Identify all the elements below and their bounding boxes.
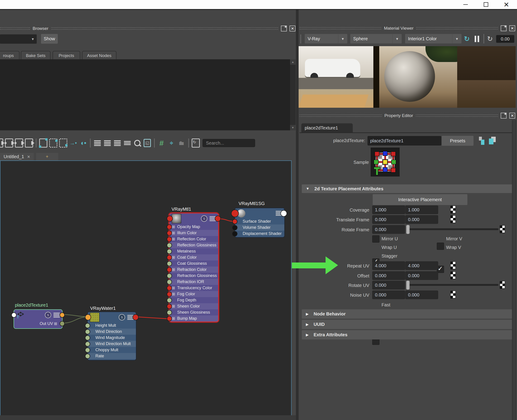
layout-graph-icon[interactable] — [38, 138, 48, 148]
mirror-v-checkbox[interactable] — [437, 243, 444, 250]
node-row[interactable]: ⊞Reflection Color — [170, 236, 218, 242]
node-row[interactable]: Rate — [88, 353, 136, 359]
node-row[interactable]: Wind Direction Mult — [88, 341, 136, 347]
node-row[interactable]: Choppy Mult — [88, 347, 136, 353]
rotate-frame-slider-handle[interactable] — [406, 225, 410, 234]
offset-texture-icon[interactable] — [450, 271, 455, 279]
node-row[interactable]: Reflection Glossiness — [170, 242, 218, 248]
show-button[interactable]: Show — [41, 34, 58, 44]
material-preview-render[interactable] — [299, 46, 516, 108]
scroll-up-icon[interactable]: ▲ — [290, 59, 296, 65]
out-uv-port[interactable] — [60, 321, 65, 326]
node-row[interactable]: ⊞Translucency Color — [170, 285, 218, 291]
presets-button[interactable]: Presets — [442, 136, 473, 146]
browser-scrollbar[interactable]: ▲ ▼ — [290, 59, 296, 130]
output-port[interactable] — [280, 210, 287, 217]
rotate-uv-texture-icon[interactable] — [500, 281, 505, 289]
node-vraymtl1sg[interactable]: Surface Shader Volume Shader Displacemen… — [234, 208, 285, 238]
node-row[interactable]: Out UV ⊞ — [14, 320, 62, 327]
node-vraymtl1[interactable]: S ⊞Opacity Map ⊞Illum Color ⊞Reflection … — [170, 213, 218, 322]
interactive-placement-button[interactable]: Interactive Placement — [373, 194, 467, 205]
node-graph-canvas[interactable] — [0, 160, 292, 416]
rotate-frame-texture-icon[interactable] — [500, 225, 505, 233]
rotate-frame-slider[interactable] — [407, 228, 498, 230]
node-row[interactable]: Refraction Glossiness — [170, 273, 218, 279]
search-input[interactable] — [206, 140, 252, 146]
layout-vertical-icon[interactable] — [58, 138, 68, 148]
graph-tab-untitled[interactable]: Untitled_1 × — [0, 153, 34, 160]
node-row[interactable]: Surface Shader — [235, 218, 284, 225]
input-connections-icon[interactable] — [4, 138, 14, 148]
node-vraywater1[interactable]: S Height Mult Wind Direction Wind Magnit… — [87, 312, 136, 360]
coverage-v-field[interactable]: 1.000 — [405, 205, 438, 214]
tab-groups[interactable]: roups — [0, 51, 19, 60]
output-port[interactable] — [215, 216, 221, 222]
toolbar-grip[interactable] — [301, 34, 301, 44]
node-row[interactable]: Height Mult — [88, 322, 136, 329]
sample-placement-swatch[interactable] — [371, 148, 400, 177]
grid-snap-icon[interactable]: # — [156, 138, 167, 148]
pin-selected-icon[interactable]: ◖• — [78, 138, 88, 148]
section-extra-attributes[interactable]: ▶ Extra Attributes — [302, 330, 514, 339]
new-tab-button[interactable]: + — [36, 153, 58, 160]
rotate-uv-field[interactable]: 0.000 — [372, 281, 405, 289]
browser-content-area[interactable] — [0, 59, 295, 130]
node-header[interactable]: T S — [14, 310, 62, 320]
node-row[interactable]: ⊞Illum Color — [170, 230, 218, 236]
browser-filter-dropdown[interactable]: ▼ — [0, 34, 37, 44]
output-port[interactable] — [132, 314, 139, 320]
align-nodes-icon[interactable]: →• — [68, 138, 78, 148]
node-row[interactable]: Refraction IOR — [170, 279, 218, 285]
layout-horizontal-icon[interactable] — [48, 138, 58, 148]
panel-popout-icon[interactable] — [281, 26, 287, 31]
environment-dropdown[interactable]: Interior1 Color ▼ — [405, 34, 462, 44]
coverage-u-field[interactable]: 1.000 — [372, 205, 405, 214]
display-all-icon[interactable] — [112, 138, 122, 148]
split-layout-icon[interactable] — [479, 137, 484, 145]
pin-grid-icon[interactable]: ⌖ — [167, 138, 177, 148]
node-row[interactable]: Displacement Shader — [235, 231, 284, 237]
translate-texture-icon[interactable] — [450, 215, 455, 223]
mirror-u-checkbox[interactable] — [372, 235, 379, 243]
node-header[interactable] — [235, 208, 284, 218]
rotate-frame-field[interactable]: 0.000 — [372, 225, 405, 234]
panel-close-icon[interactable]: ✕ — [290, 26, 295, 31]
output-port[interactable] — [60, 313, 65, 318]
tab-asset-nodes[interactable]: Asset Nodes — [82, 51, 116, 60]
rotate-uv-slider-handle[interactable] — [406, 281, 410, 290]
repeat-v-field[interactable]: 4.000 — [405, 261, 438, 270]
offset-u-field[interactable]: 0.000 — [372, 271, 405, 280]
node-row[interactable]: ⊞Fog Color — [170, 291, 218, 297]
translate-u-field[interactable]: 0.000 — [372, 215, 405, 224]
repeat-texture-icon[interactable] — [450, 262, 455, 269]
input-port[interactable] — [167, 216, 173, 222]
node-row[interactable]: ⊞Opacity Map — [170, 224, 218, 230]
node-row[interactable]: Metalness — [170, 248, 218, 254]
node-header[interactable]: S — [170, 213, 218, 224]
coverage-texture-icon[interactable] — [450, 206, 455, 213]
recent-graph-icon[interactable]: 🖿 — [177, 138, 186, 148]
pane-divider[interactable] — [296, 10, 299, 420]
node-row[interactable]: Sheen Glossiness — [170, 309, 218, 315]
node-list-icon[interactable] — [54, 312, 60, 318]
rotate-uv-slider[interactable] — [407, 284, 498, 286]
tab-close-icon[interactable]: × — [27, 154, 30, 160]
noise-v-field[interactable]: 0.000 — [405, 291, 438, 299]
section-2d-texture-placement[interactable]: ▼ 2d Texture Placement Attributes — [302, 184, 514, 193]
property-editor-scrollbar[interactable] — [512, 120, 516, 420]
node-row[interactable]: ⊞Bump Map — [170, 315, 218, 322]
noise-u-field[interactable]: 0.000 — [372, 291, 405, 299]
panel-popout-icon[interactable] — [501, 25, 507, 31]
zoom-icon[interactable] — [132, 138, 142, 148]
sync-render-icon[interactable]: ↻ — [464, 35, 472, 43]
panel-popout-icon[interactable] — [501, 113, 507, 119]
node-row[interactable]: Wind Direction — [88, 329, 136, 335]
maximize-button[interactable] — [478, 0, 494, 9]
frame-selection-icon[interactable]: ◱ — [142, 138, 152, 148]
repeat-u-field[interactable]: 4.000 — [372, 261, 405, 270]
section-node-behavior[interactable]: ▶ Node Behavior — [302, 309, 514, 319]
close-button[interactable]: ✕ — [498, 0, 514, 9]
renderer-dropdown[interactable]: V-Ray ▼ — [305, 34, 347, 44]
section-uuid[interactable]: ▶ UUID — [302, 320, 514, 329]
regraph-icon[interactable]: ↻ — [191, 138, 201, 148]
